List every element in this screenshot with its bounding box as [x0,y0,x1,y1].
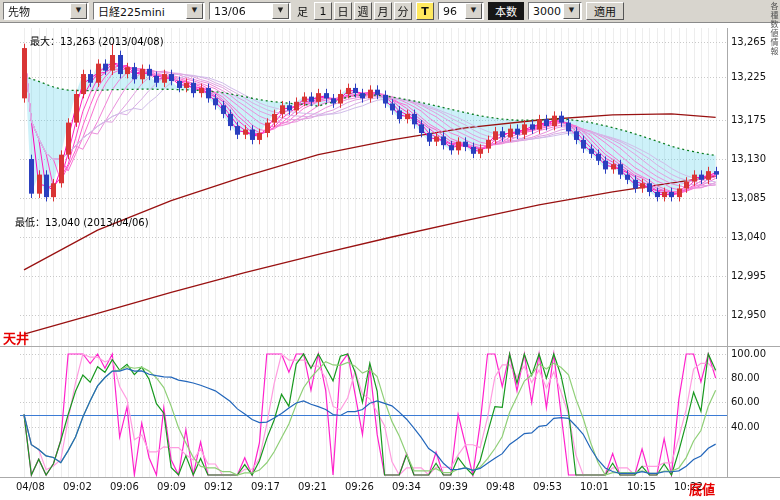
toolbar: 先物 ▼ 日経225mini ▼ 13/06 ▼ 足 1日週月分 T 96 ▼ … [0,0,780,23]
timeframe-button-1[interactable]: 1 [314,2,332,20]
timeframe-button-分[interactable]: 分 [394,2,412,20]
apply-button[interactable]: 適用 [586,2,624,20]
price-chart-canvas[interactable] [0,0,780,500]
min-price-annotation: 最低：13,040 (2013/04/06) [15,214,149,229]
bars-count-value: 3000 [529,5,562,18]
contract-month-value: 13/06 [210,5,271,18]
bars-count-select[interactable]: 3000 ▼ [528,2,582,20]
timeframe-button-週[interactable]: 週 [354,2,372,20]
bars-label: 本数 [488,2,524,20]
instrument-value: 日経225mini [94,3,185,19]
chevron-down-icon[interactable]: ▼ [465,3,482,19]
tick-count-select[interactable]: 96 ▼ [438,2,484,20]
instrument-select[interactable]: 日経225mini ▼ [93,2,205,20]
instrument-type-value: 先物 [4,3,69,19]
max-price-annotation: 最大：13,263 (2013/04/08) [30,33,164,48]
timeframe-button-日[interactable]: 日 [334,2,352,20]
timeframe-label: 足 [295,3,310,19]
ceiling-label: 天井 [3,328,29,347]
contract-month-select[interactable]: 13/06 ▼ [209,2,291,20]
chevron-down-icon[interactable]: ▼ [563,3,580,19]
bottom-price-label: 底値 [689,479,715,498]
tick-count-value: 96 [439,5,464,18]
chevron-down-icon[interactable]: ▼ [272,3,289,19]
tick-chart-button[interactable]: T [416,2,434,20]
instrument-type-select[interactable]: 先物 ▼ [3,2,89,20]
chevron-down-icon[interactable]: ▼ [186,3,203,19]
timeframe-button-月[interactable]: 月 [374,2,392,20]
timeframe-button-group: 1日週月分 [314,2,412,20]
chevron-down-icon[interactable]: ▼ [70,3,87,19]
right-edge-vertical-tab[interactable]: 各種数値情報 [768,2,779,56]
